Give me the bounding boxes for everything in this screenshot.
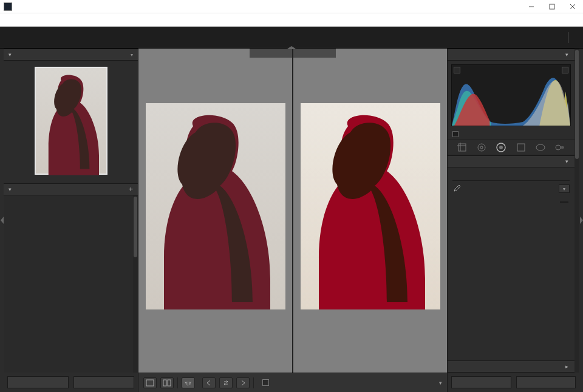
copy-button[interactable]	[7, 376, 69, 388]
after-pane	[292, 49, 447, 373]
view-loupe-button[interactable]	[143, 377, 157, 388]
previous-button[interactable]	[451, 376, 511, 388]
wb-dropper-icon[interactable]	[452, 184, 461, 193]
right-scrollbar[interactable]	[574, 49, 579, 373]
menu-file[interactable]	[0, 13, 10, 26]
module-divider	[568, 32, 568, 43]
center-column: Y|Y ▾	[138, 49, 447, 392]
svg-rect-25	[561, 146, 564, 149]
original-photo-checkbox[interactable]	[452, 131, 459, 137]
svg-point-24	[556, 145, 561, 150]
svg-text:Y|Y: Y|Y	[185, 381, 191, 386]
svg-rect-11	[146, 380, 154, 386]
right-panel: ▾	[447, 49, 579, 392]
after-label	[293, 49, 336, 58]
reset-button[interactable]	[516, 376, 576, 388]
tool-strip	[448, 140, 574, 155]
maximize-button[interactable]	[542, 0, 562, 13]
presets-add-icon[interactable]: +	[129, 185, 133, 194]
view-ba-horiz-button[interactable]	[160, 377, 174, 388]
close-button[interactable]	[562, 0, 583, 13]
app-icon	[4, 2, 12, 11]
top-panel-toggle[interactable]	[287, 46, 296, 49]
before-pane	[138, 49, 292, 373]
shadow-clipping-icon[interactable]	[454, 67, 460, 73]
svg-rect-1	[550, 4, 554, 9]
auto-tone-button[interactable]	[560, 201, 568, 203]
left-panel: ▾ ▾ ▾ +	[4, 49, 138, 392]
menubar	[0, 13, 583, 27]
menu-view[interactable]	[58, 13, 68, 26]
tonecurve-collapse-icon: ▸	[565, 363, 568, 370]
workspace: ▾ ▾ ▾ +	[0, 49, 583, 392]
toolbar-menu-icon[interactable]: ▾	[439, 380, 442, 386]
right-bottom-buttons	[448, 373, 579, 392]
center-toolbar: Y|Y ▾	[138, 373, 447, 392]
ba-copy-left-button[interactable]	[202, 377, 216, 388]
navigator-header[interactable]: ▾ ▾	[4, 49, 138, 61]
right-panel-toggle[interactable]	[579, 49, 583, 392]
paste-button[interactable]	[73, 376, 135, 388]
svg-rect-13	[168, 380, 171, 386]
svg-rect-22	[517, 144, 525, 151]
menu-help[interactable]	[78, 13, 87, 26]
basic-header[interactable]: ▾	[448, 155, 574, 167]
presets-list[interactable]	[4, 195, 133, 373]
window-titlebar	[0, 0, 583, 13]
ba-swap-button[interactable]	[219, 377, 233, 388]
ba-copy-right-button[interactable]	[236, 377, 250, 388]
menu-photo[interactable]	[29, 13, 39, 26]
crop-tool[interactable]	[456, 141, 468, 154]
basic-panel	[448, 167, 574, 225]
menu-window[interactable]	[68, 13, 78, 26]
left-bottom-buttons	[4, 373, 138, 392]
after-image	[301, 103, 440, 309]
svg-point-21	[499, 146, 503, 149]
presets-scrollbar[interactable]	[133, 195, 138, 373]
menu-develop[interactable]	[19, 13, 29, 26]
brush-tool[interactable]	[554, 141, 566, 154]
navigator-collapse-icon: ▾	[9, 52, 12, 58]
minimize-button[interactable]	[521, 0, 542, 13]
histogram[interactable]	[451, 64, 571, 126]
presets-collapse-icon: ▾	[9, 186, 12, 192]
spot-tool[interactable]	[476, 141, 488, 154]
before-image	[146, 103, 285, 309]
highlight-clipping-icon[interactable]	[562, 67, 568, 73]
presets-header[interactable]: ▾ +	[4, 183, 138, 195]
menu-tools[interactable]	[49, 13, 58, 26]
histogram-collapse-icon: ▾	[565, 52, 568, 58]
wb-dropdown[interactable]	[559, 184, 570, 193]
menu-edit[interactable]	[10, 13, 19, 26]
svg-rect-12	[163, 380, 166, 386]
histogram-header[interactable]: ▾	[448, 49, 574, 61]
svg-point-23	[536, 144, 545, 150]
tonecurve-header[interactable]: ▸	[448, 360, 574, 373]
radial-filter-tool[interactable]	[534, 141, 547, 154]
before-label	[250, 49, 292, 58]
soft-proof-checkbox[interactable]	[262, 379, 269, 386]
nav-zoom-caret-icon[interactable]: ▾	[131, 52, 133, 58]
redeye-tool[interactable]	[495, 141, 507, 154]
view-ba-toggle-button[interactable]: Y|Y	[182, 377, 195, 388]
app-header	[0, 27, 583, 49]
image-viewer[interactable]	[138, 49, 447, 373]
graduated-filter-tool[interactable]	[515, 141, 527, 154]
navigator-preview[interactable]	[4, 61, 138, 183]
svg-rect-15	[459, 144, 466, 151]
navigator-thumbnail	[35, 67, 107, 175]
svg-point-18	[478, 144, 485, 151]
svg-point-19	[480, 146, 483, 149]
basic-collapse-icon: ▾	[565, 158, 568, 164]
menu-settings[interactable]	[39, 13, 49, 26]
